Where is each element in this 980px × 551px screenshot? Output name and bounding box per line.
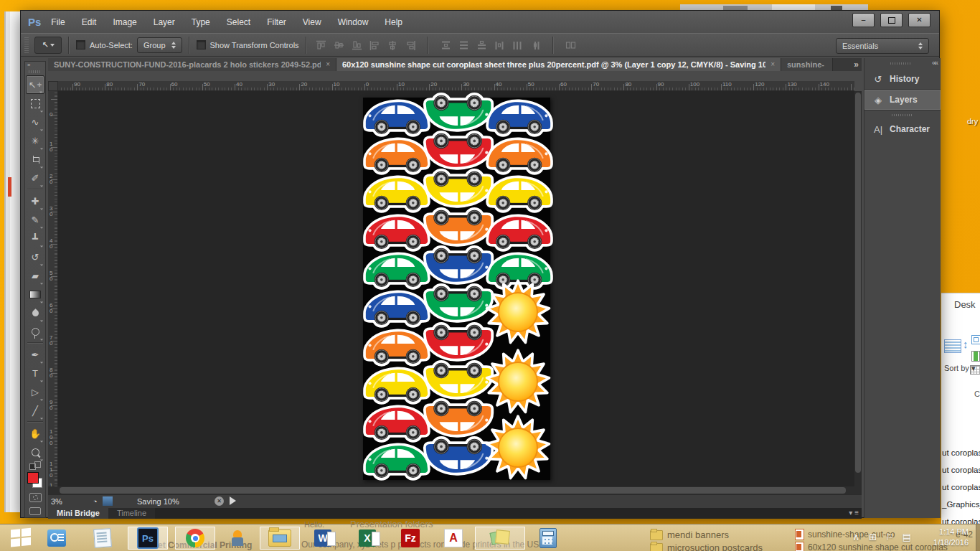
document-tab-2[interactable]: 60x120 sunshine shape cut coroplast shee…	[336, 58, 781, 71]
taskbar-worker-icon[interactable]	[225, 527, 250, 550]
quick-selection-tool[interactable]: ✳	[26, 131, 44, 150]
panel-button-character[interactable]: A|Character	[864, 119, 941, 139]
menu-edit[interactable]: Edit	[82, 17, 97, 27]
gradient-tool[interactable]	[26, 285, 44, 303]
explorer-file-item[interactable]: ut coroplas	[942, 444, 980, 461]
panel-menu-icon[interactable]: ▾ ≡	[849, 509, 859, 517]
dist-vcenter-icon[interactable]	[458, 40, 469, 50]
foreground-color-swatch[interactable]	[27, 472, 39, 484]
taskbar-filezilla-icon[interactable]: Fz	[397, 527, 423, 550]
bottom-tab-timeline[interactable]: Timeline	[108, 508, 155, 519]
align-top-icon[interactable]	[316, 40, 326, 50]
toolbar-expand-chevron[interactable]: »	[25, 62, 45, 69]
document-tab-3[interactable]: sunshine-	[781, 58, 833, 71]
dodge-tool[interactable]	[26, 322, 44, 341]
move-tool[interactable]: ↖✛	[26, 75, 44, 94]
zoom-tool[interactable]	[26, 443, 44, 461]
explorer-file-item[interactable]: ut coroplas	[942, 461, 980, 479]
document-tab-1[interactable]: SUNY-CONSTRUCTION-FUND-2016-placards 2 h…	[48, 58, 336, 71]
toolbar-grip[interactable]	[29, 70, 42, 73]
tab-close-icon[interactable]: ×	[326, 58, 330, 71]
dist-right-icon[interactable]	[530, 40, 541, 50]
tab-close-icon[interactable]: ×	[771, 58, 775, 71]
type-tool[interactable]: T	[26, 364, 44, 382]
menu-window[interactable]: Window	[338, 17, 369, 27]
align-vcenter-icon[interactable]	[334, 40, 344, 50]
options-grip[interactable]	[24, 37, 29, 53]
zoom-level[interactable]: 3%	[51, 497, 62, 506]
taskbar-photoshop-icon[interactable]: Ps	[128, 527, 168, 550]
auto-align-icon[interactable]	[565, 40, 576, 50]
dist-bottom-icon[interactable]	[476, 40, 487, 50]
sort-direction-icon[interactable]: ↕	[963, 338, 969, 350]
dock-collapse-chevron[interactable]: ««	[932, 59, 937, 67]
show-desktop-button[interactable]	[976, 524, 980, 551]
blur-tool[interactable]	[26, 303, 44, 322]
panel-button-layers[interactable]: ◈Layers	[864, 89, 941, 110]
explorer-file-item[interactable]: _Graphics_L	[942, 496, 980, 513]
menu-filter[interactable]: Filter	[267, 17, 286, 27]
tab-overflow-chevron[interactable]: »	[854, 60, 857, 70]
ruler-corner[interactable]	[48, 81, 58, 91]
hand-tool[interactable]: ✋	[26, 424, 44, 443]
quick-mask-button[interactable]	[29, 493, 42, 502]
menu-help[interactable]: Help	[385, 17, 402, 27]
taskbar-file-explorer-icon[interactable]	[260, 527, 300, 550]
tray-clock[interactable]: 1:14 PM 1/18/2016	[933, 527, 969, 548]
show-transform-checkbox[interactable]	[197, 40, 206, 50]
history-brush-tool[interactable]: ↺	[26, 248, 44, 266]
vertical-scrollbar[interactable]	[854, 91, 862, 486]
close-button[interactable]: ✕	[908, 13, 930, 27]
menu-type[interactable]: Type	[192, 17, 210, 27]
menu-select[interactable]: Select	[227, 17, 250, 27]
dock-grip[interactable]	[892, 114, 913, 116]
group-select[interactable]: Group	[137, 37, 182, 53]
taskbar-chrome-icon[interactable]	[175, 527, 215, 550]
sort-by-button[interactable]: Sort by ▾	[944, 364, 975, 372]
align-left-icon[interactable]	[369, 40, 380, 50]
lasso-tool[interactable]: ∿	[26, 113, 44, 131]
horizontal-scroll-thumb[interactable]	[60, 487, 846, 494]
taskbar-calculator-icon[interactable]	[535, 527, 561, 550]
tray-expand-icon[interactable]: ∧	[852, 532, 859, 542]
status-play-icon[interactable]	[230, 496, 236, 505]
eraser-tool[interactable]: ▰	[26, 266, 44, 285]
eyedropper-tool[interactable]: ✐	[26, 169, 44, 187]
auto-select-checkbox[interactable]	[76, 40, 85, 50]
tray-network-icon[interactable]: ⊞	[869, 532, 877, 542]
taskbar-notepad-icon[interactable]	[90, 527, 115, 550]
brush-tool[interactable]: ✎	[26, 210, 44, 229]
menu-view[interactable]: View	[303, 17, 321, 27]
menu-image[interactable]: Image	[113, 17, 136, 27]
align-right-icon[interactable]	[405, 40, 416, 50]
taskbar-control-panel-icon[interactable]	[44, 527, 69, 550]
horizontal-scrollbar[interactable]	[48, 486, 862, 494]
rectangular-marquee-tool[interactable]	[26, 94, 44, 113]
vertical-scroll-thumb[interactable]	[855, 93, 861, 473]
line-tool[interactable]: ╱	[26, 401, 44, 420]
start-button[interactable]	[4, 527, 39, 550]
desktop-icon-label[interactable]: dry	[967, 117, 978, 126]
move-tool-preset[interactable]: ↖	[34, 37, 62, 54]
minimize-button[interactable]: –	[852, 13, 875, 27]
taskbar-word-icon[interactable]: W	[308, 527, 337, 550]
tray-flag-icon[interactable]: ⚐	[885, 532, 894, 542]
tray-device-icon[interactable]: ▤	[903, 532, 911, 542]
align-hcenter-icon[interactable]	[387, 40, 398, 50]
maximize-button[interactable]	[880, 13, 903, 27]
path-selection-tool[interactable]: ▷	[26, 382, 44, 401]
icon-view-icon[interactable]	[971, 335, 980, 344]
dist-hcenter-icon[interactable]	[512, 40, 523, 50]
clone-stamp-tool[interactable]: ┻	[26, 229, 44, 248]
dist-top-icon[interactable]	[440, 40, 451, 50]
pen-tool[interactable]: ✒	[26, 345, 44, 364]
taskbar-excel-icon[interactable]: X	[353, 527, 382, 550]
document-canvas[interactable]	[363, 98, 550, 480]
spot-healing-brush-tool[interactable]: ✚	[26, 192, 44, 210]
menu-layer[interactable]: Layer	[154, 17, 175, 27]
cancel-icon[interactable]: ✕	[215, 496, 224, 506]
workspace-switcher[interactable]: Essentials	[836, 38, 929, 54]
crop-tool[interactable]	[26, 150, 44, 169]
dock-grip[interactable]	[890, 62, 912, 65]
dist-left-icon[interactable]	[494, 40, 505, 50]
